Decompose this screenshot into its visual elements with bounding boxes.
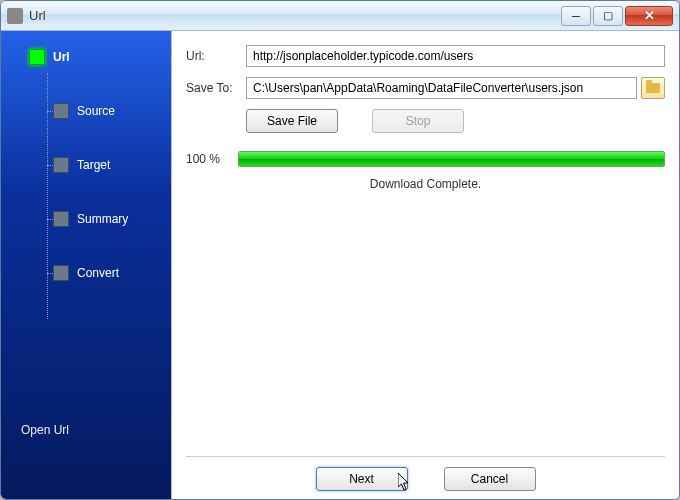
- url-row: Url:: [186, 45, 665, 67]
- sidebar-footer-label: Open Url: [21, 423, 69, 437]
- step-icon: [53, 103, 69, 119]
- window-body: Url Source Target Summary Convert Open U…: [1, 31, 679, 499]
- progress-row: 100 %: [186, 151, 665, 167]
- titlebar[interactable]: Url ─ ▢ ✕: [1, 1, 679, 31]
- step-label: Source: [77, 104, 115, 118]
- save-file-button[interactable]: Save File: [246, 109, 338, 133]
- status-text: Download Complete.: [186, 177, 665, 191]
- step-icon: [53, 211, 69, 227]
- window-title: Url: [29, 8, 561, 23]
- folder-icon: [646, 83, 660, 93]
- step-label: Summary: [77, 212, 128, 226]
- maximize-icon: ▢: [603, 9, 613, 22]
- saveto-label: Save To:: [186, 81, 246, 95]
- progress-percent: 100 %: [186, 152, 238, 166]
- spacer: [186, 199, 665, 456]
- sidebar-item-source[interactable]: Source: [1, 97, 171, 125]
- next-button[interactable]: Next: [316, 467, 408, 491]
- action-row: Save File Stop: [186, 109, 665, 133]
- step-icon: [53, 157, 69, 173]
- close-icon: ✕: [644, 8, 655, 23]
- step-label: Url: [53, 50, 70, 64]
- step-icon: [53, 265, 69, 281]
- sidebar-item-target[interactable]: Target: [1, 151, 171, 179]
- sidebar-item-url[interactable]: Url: [1, 43, 171, 71]
- window-controls: ─ ▢ ✕: [561, 6, 673, 26]
- sidebar-item-convert[interactable]: Convert: [1, 259, 171, 287]
- window-root: Url ─ ▢ ✕ Url Source Target Summary Conv…: [0, 0, 680, 500]
- main-panel: Url: Save To: Save File Stop 100 % Downl…: [171, 31, 679, 499]
- bottom-bar: Next Cancel: [186, 456, 665, 491]
- url-label: Url:: [186, 49, 246, 63]
- sidebar-item-summary[interactable]: Summary: [1, 205, 171, 233]
- close-button[interactable]: ✕: [625, 6, 673, 26]
- app-icon: [7, 8, 23, 24]
- stop-button: Stop: [372, 109, 464, 133]
- saveto-row: Save To:: [186, 77, 665, 99]
- saveto-input[interactable]: [246, 77, 637, 99]
- step-label: Target: [77, 158, 110, 172]
- cancel-button[interactable]: Cancel: [444, 467, 536, 491]
- browse-button[interactable]: [641, 77, 665, 99]
- progress-bar: [238, 151, 665, 167]
- maximize-button[interactable]: ▢: [593, 6, 623, 26]
- minimize-button[interactable]: ─: [561, 6, 591, 26]
- progress-fill: [239, 152, 664, 166]
- step-label: Convert: [77, 266, 119, 280]
- sidebar: Url Source Target Summary Convert Open U…: [1, 31, 171, 499]
- minimize-icon: ─: [572, 10, 580, 22]
- url-input[interactable]: [246, 45, 665, 67]
- step-icon: [29, 49, 45, 65]
